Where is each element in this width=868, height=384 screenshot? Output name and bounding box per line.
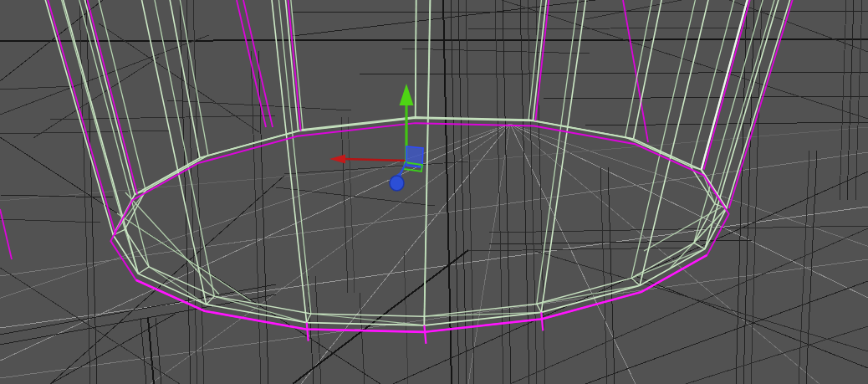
viewport-canvas[interactable]	[0, 0, 868, 384]
background-wireframe-lines	[0, 0, 868, 384]
3d-viewport[interactable]	[0, 0, 868, 384]
floor-grid-lines	[0, 124, 868, 384]
gizmo-x-axis-arrow[interactable]	[329, 155, 406, 164]
